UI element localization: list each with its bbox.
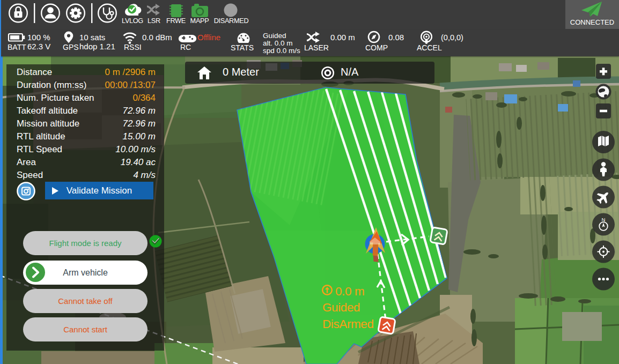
svg-text:GPS: GPS xyxy=(63,43,79,51)
svg-text:LSR: LSR xyxy=(148,17,160,25)
svg-text:Offline: Offline xyxy=(197,33,220,42)
svg-text:62.3 V: 62.3 V xyxy=(27,42,50,51)
svg-text:spd 0.0 m/s: spd 0.0 m/s xyxy=(263,47,300,55)
svg-text:alt. 0.0 m: alt. 0.0 m xyxy=(263,39,293,47)
svg-text:STATS: STATS xyxy=(231,43,254,52)
svg-text:BATT: BATT xyxy=(8,43,26,51)
svg-text:FRWE: FRWE xyxy=(166,17,186,25)
svg-text:LVLOG: LVLOG xyxy=(122,17,143,25)
svg-text:RC: RC xyxy=(180,43,191,51)
svg-text:hdop 1.21: hdop 1.21 xyxy=(79,42,115,51)
svg-text:ACCEL: ACCEL xyxy=(417,43,442,52)
svg-text:DisArmed: DisArmed xyxy=(322,317,374,331)
svg-text:0.0 m: 0.0 m xyxy=(335,285,364,298)
svg-text:10 sats: 10 sats xyxy=(79,33,105,42)
svg-text:LASER: LASER xyxy=(304,43,329,52)
svg-text:RSSI: RSSI xyxy=(124,43,142,51)
svg-text:DISARMED: DISARMED xyxy=(214,17,249,25)
svg-text:Guided: Guided xyxy=(322,301,360,314)
svg-text:(0,0,0): (0,0,0) xyxy=(441,33,463,42)
svg-text:Guided: Guided xyxy=(263,32,286,40)
svg-text:COMP: COMP xyxy=(365,43,388,52)
svg-text:0.08: 0.08 xyxy=(388,33,404,42)
svg-text:MAPP: MAPP xyxy=(190,17,209,25)
svg-text:0.0 dBm: 0.0 dBm xyxy=(142,33,172,42)
svg-text:100 %: 100 % xyxy=(27,33,50,42)
svg-text:0.00 m: 0.00 m xyxy=(330,33,355,42)
